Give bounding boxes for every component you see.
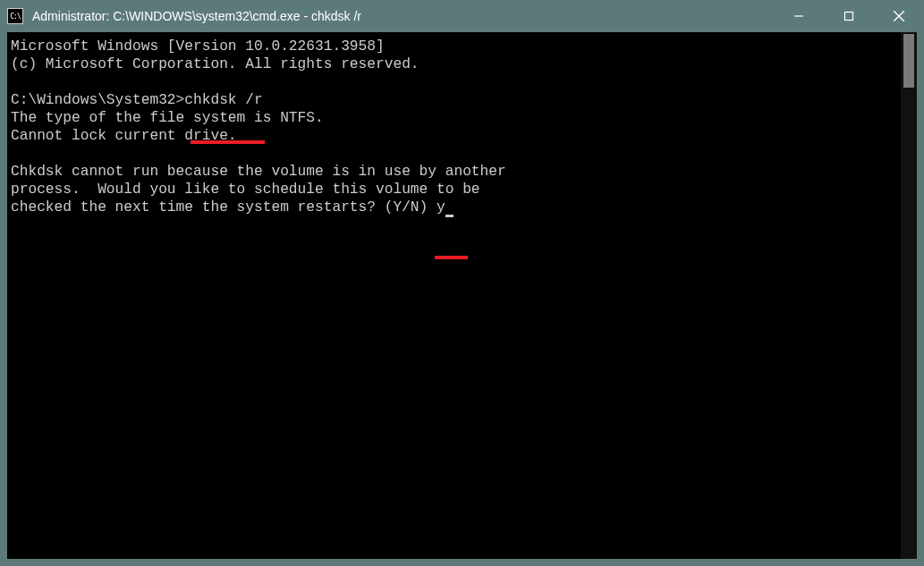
annotation-underline-input	[435, 256, 468, 259]
maximize-button[interactable]	[824, 0, 874, 32]
window-title: Administrator: C:\WINDOWS\system32\cmd.e…	[32, 9, 774, 23]
fs-type-line: The type of the file system is NTFS.	[11, 110, 324, 126]
svg-rect-1	[845, 13, 853, 21]
scrollbar-track[interactable]	[901, 32, 917, 559]
confirm-prompt: checked the next time the system restart…	[11, 199, 437, 215]
console-output[interactable]: Microsoft Windows [Version 10.0.22631.39…	[7, 32, 901, 559]
titlebar[interactable]: C:\ Administrator: C:\WINDOWS\system32\c…	[0, 0, 924, 32]
version-line: Microsoft Windows [Version 10.0.22631.39…	[11, 38, 385, 55]
copyright-line: (c) Microsoft Corporation. All rights re…	[11, 56, 420, 72]
user-input: y	[437, 199, 445, 215]
in-use-line-2: process. Would you like to schedule this…	[11, 182, 480, 198]
annotation-underline-command	[191, 140, 265, 144]
console-area: Microsoft Windows [Version 10.0.22631.39…	[7, 32, 917, 559]
prompt-command-line: C:\Windows\System32>chkdsk /r	[11, 92, 263, 108]
cmd-icon: C:\	[7, 8, 23, 24]
close-button[interactable]	[874, 0, 924, 32]
minimize-button[interactable]	[774, 0, 824, 32]
cmd-icon-label: C:\	[10, 13, 20, 21]
window-controls	[774, 0, 924, 32]
text-cursor	[445, 215, 454, 217]
in-use-line-1: Chkdsk cannot run because the volume is …	[11, 164, 506, 180]
scrollbar-thumb[interactable]	[903, 34, 914, 88]
